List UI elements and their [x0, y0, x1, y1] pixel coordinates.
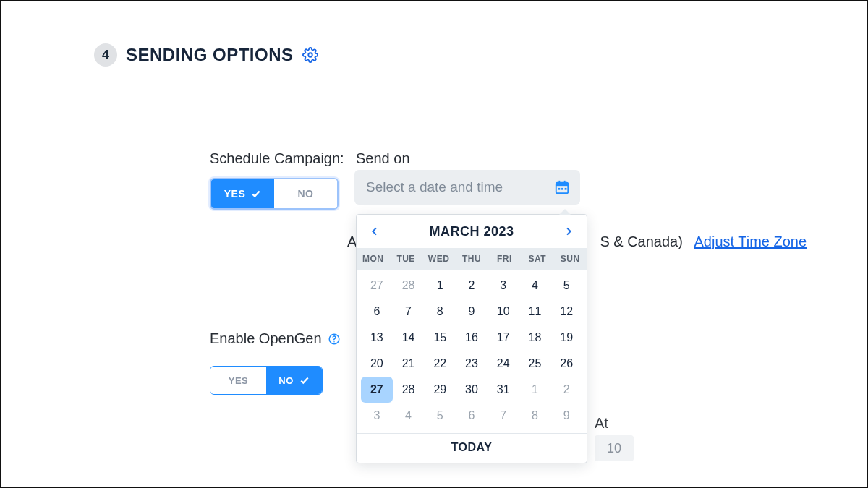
svg-rect-5: [558, 188, 561, 190]
date-cell[interactable]: 12: [550, 299, 582, 325]
date-time-input[interactable]: Select a date and time: [354, 170, 580, 205]
svg-point-9: [333, 341, 335, 343]
date-cell[interactable]: 3: [488, 273, 519, 299]
section-header: 4 SENDING OPTIONS: [94, 43, 318, 67]
dow-cell: SAT: [521, 248, 553, 270]
datepicker-header: MARCH 2023: [357, 215, 587, 248]
date-cell[interactable]: 7: [488, 403, 519, 429]
date-cell[interactable]: 3: [361, 403, 393, 429]
date-cell[interactable]: 19: [550, 325, 582, 351]
svg-rect-6: [561, 188, 563, 190]
date-cell[interactable]: 30: [456, 377, 488, 403]
svg-rect-7: [565, 188, 567, 190]
check-icon: [251, 189, 261, 199]
date-cell[interactable]: 23: [456, 351, 488, 377]
schedule-toggle: YES NO: [210, 178, 339, 210]
date-cell[interactable]: 11: [519, 299, 551, 325]
date-picker: MARCH 2023 MONTUEWEDTHUFRISATSUN 2728123…: [356, 214, 587, 463]
dow-cell: THU: [455, 248, 488, 270]
dow-cell: SUN: [554, 248, 587, 270]
date-cell[interactable]: 24: [488, 351, 519, 377]
date-cell[interactable]: 1: [519, 377, 551, 403]
opengen-no-button[interactable]: NO: [266, 367, 322, 394]
datepicker-caret: [559, 209, 571, 215]
date-cell[interactable]: 28: [393, 377, 425, 403]
timezone-prefix-obscured: A: [347, 234, 356, 249]
date-cell[interactable]: 27: [361, 273, 393, 299]
opengen-no-label: NO: [278, 375, 294, 386]
at-label: At: [595, 415, 608, 432]
help-icon[interactable]: [328, 333, 341, 346]
calendar-icon: [554, 179, 570, 195]
date-cell[interactable]: 6: [361, 299, 393, 325]
date-cell[interactable]: 5: [550, 273, 582, 299]
date-cell[interactable]: 17: [488, 325, 519, 351]
date-cell[interactable]: 22: [424, 351, 456, 377]
date-cell[interactable]: 4: [519, 273, 551, 299]
date-cell[interactable]: 18: [519, 325, 551, 351]
svg-rect-2: [556, 183, 569, 187]
date-cell[interactable]: 9: [456, 299, 488, 325]
date-cell[interactable]: 21: [393, 351, 425, 377]
check-icon: [299, 375, 310, 385]
date-cell[interactable]: 1: [424, 273, 456, 299]
date-cell[interactable]: 28: [393, 273, 425, 299]
date-cell[interactable]: 2: [550, 377, 582, 403]
adjust-timezone-link[interactable]: Adjust Time Zone: [694, 234, 807, 249]
schedule-no-label: NO: [298, 188, 314, 200]
date-cell[interactable]: 26: [550, 351, 582, 377]
date-cell[interactable]: 16: [456, 325, 488, 351]
svg-point-0: [308, 53, 312, 57]
date-cell[interactable]: 9: [550, 403, 582, 429]
date-cell[interactable]: 10: [488, 299, 519, 325]
dow-cell: FRI: [488, 248, 521, 270]
dow-cell: MON: [357, 248, 389, 270]
date-cell[interactable]: 27: [361, 377, 393, 403]
section-title: SENDING OPTIONS: [126, 45, 294, 65]
opengen-yes-button[interactable]: YES: [210, 367, 266, 394]
hour-input[interactable]: 10: [595, 435, 634, 461]
opengen-yes-label: YES: [229, 375, 249, 386]
datepicker-grid: 2728123456789101112131415161718192021222…: [357, 270, 587, 433]
schedule-no-button[interactable]: NO: [274, 179, 337, 208]
date-cell[interactable]: 31: [488, 377, 519, 403]
send-on-label: Send on: [356, 150, 410, 167]
opengen-toggle: YES NO: [210, 366, 323, 395]
schedule-campaign-label: Schedule Campaign:: [210, 150, 344, 167]
chevron-right-icon: [563, 226, 574, 237]
prev-month-button[interactable]: [364, 221, 386, 242]
date-cell[interactable]: 6: [456, 403, 488, 429]
date-cell[interactable]: 14: [393, 325, 425, 351]
date-time-placeholder: Select a date and time: [366, 179, 503, 195]
dow-cell: WED: [422, 248, 455, 270]
date-cell[interactable]: 25: [519, 351, 551, 377]
timezone-tail: S & Canada): [600, 234, 683, 249]
date-cell[interactable]: 2: [456, 273, 488, 299]
date-cell[interactable]: 15: [424, 325, 456, 351]
date-cell[interactable]: 4: [393, 403, 425, 429]
date-cell[interactable]: 20: [361, 351, 393, 377]
enable-opengen-label: Enable OpenGen: [210, 330, 341, 347]
today-button[interactable]: TODAY: [357, 433, 587, 463]
schedule-yes-label: YES: [224, 188, 246, 200]
datepicker-dow-row: MONTUEWEDTHUFRISATSUN: [357, 248, 587, 270]
gear-icon[interactable]: [302, 47, 318, 63]
date-cell[interactable]: 5: [424, 403, 456, 429]
date-cell[interactable]: 7: [393, 299, 425, 325]
date-cell[interactable]: 8: [519, 403, 551, 429]
chevron-left-icon: [369, 226, 380, 237]
opengen-label-text: Enable OpenGen: [210, 330, 322, 347]
schedule-yes-button[interactable]: YES: [211, 179, 274, 208]
dow-cell: TUE: [389, 248, 422, 270]
date-cell[interactable]: 29: [424, 377, 456, 403]
date-cell[interactable]: 8: [424, 299, 456, 325]
step-badge: 4: [94, 43, 117, 67]
datepicker-month-label: MARCH 2023: [429, 224, 514, 239]
next-month-button[interactable]: [558, 221, 579, 242]
date-cell[interactable]: 13: [361, 325, 393, 351]
